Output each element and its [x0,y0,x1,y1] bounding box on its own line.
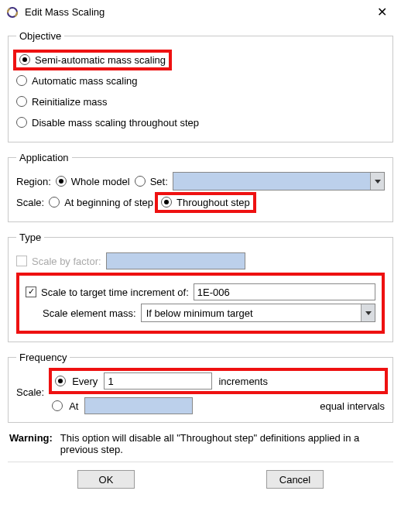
label-reinitialize: Reinitialize mass [32,96,108,108]
application-legend: Application [16,152,72,163]
radio-reinitialize[interactable] [16,96,27,107]
application-group: Application Region: Whole model Set: Sca… [8,152,393,222]
warning-row: Warning: This option will disable all "T… [9,432,392,455]
check-scale-by-factor [16,256,27,266]
radio-at[interactable] [52,400,63,411]
label-element-mass: Scale element mass: [43,307,136,319]
chevron-down-icon [370,173,384,190]
ok-button[interactable]: OK [77,470,135,489]
label-scale-by-factor: Scale by factor: [32,256,101,267]
titlebar: Edit Mass Scaling ✕ [0,0,401,22]
at-value-input[interactable] [84,397,193,414]
label-semi-automatic: Semi-automatic mass scaling [35,54,166,66]
label-throughout-step: Throughout step [177,197,250,208]
radio-disable[interactable] [16,117,27,128]
chevron-down-icon [361,304,375,321]
label-at-beginning: At beginning of step [64,197,153,208]
radio-automatic[interactable] [16,75,27,86]
radio-semi-automatic[interactable] [19,54,30,65]
radio-set[interactable] [135,176,146,187]
warning-text: This option will disable all "Throughout… [60,432,392,455]
label-every: Every [72,376,98,387]
label-whole-model: Whole model [71,176,130,187]
element-mass-combo[interactable]: If below minimum target [141,304,375,322]
freq-scale-label: Scale: [16,386,44,398]
factor-input [106,252,245,269]
radio-at-beginning[interactable] [49,197,60,208]
label-at: At [69,400,78,412]
app-icon [6,6,19,19]
check-scale-to-target[interactable] [26,287,36,297]
radio-throughout-step[interactable] [161,197,172,208]
target-increment-input[interactable] [194,283,375,300]
label-set: Set: [150,176,168,187]
label-automatic: Automatic mass scaling [32,75,138,87]
objective-group: Objective Semi-automatic mass scaling Au… [8,30,393,142]
region-label: Region: [16,176,51,187]
close-icon[interactable]: ✕ [371,5,393,19]
warning-label: Warning: [9,432,53,444]
radio-every[interactable] [55,376,66,386]
window-title: Edit Mass Scaling [25,6,371,18]
frequency-group: Frequency Scale: Every increments At equ… [8,352,393,423]
cancel-button[interactable]: Cancel [266,470,324,489]
label-increments: increments [218,376,268,387]
label-equal-intervals: equal intervals [320,400,385,412]
label-scale-to-target: Scale to target time increment of: [41,287,189,298]
objective-legend: Objective [16,30,64,42]
every-value-input[interactable] [104,372,212,390]
scale-label: Scale: [16,197,44,208]
element-mass-combo-text: If below minimum target [142,307,361,319]
radio-whole-model[interactable] [56,176,67,187]
type-group: Type Scale by factor: Scale to target ti… [8,232,393,342]
set-combo[interactable] [173,172,385,190]
type-legend: Type [16,232,44,243]
label-disable: Disable mass scaling throughout step [32,117,199,129]
frequency-legend: Frequency [16,352,70,363]
